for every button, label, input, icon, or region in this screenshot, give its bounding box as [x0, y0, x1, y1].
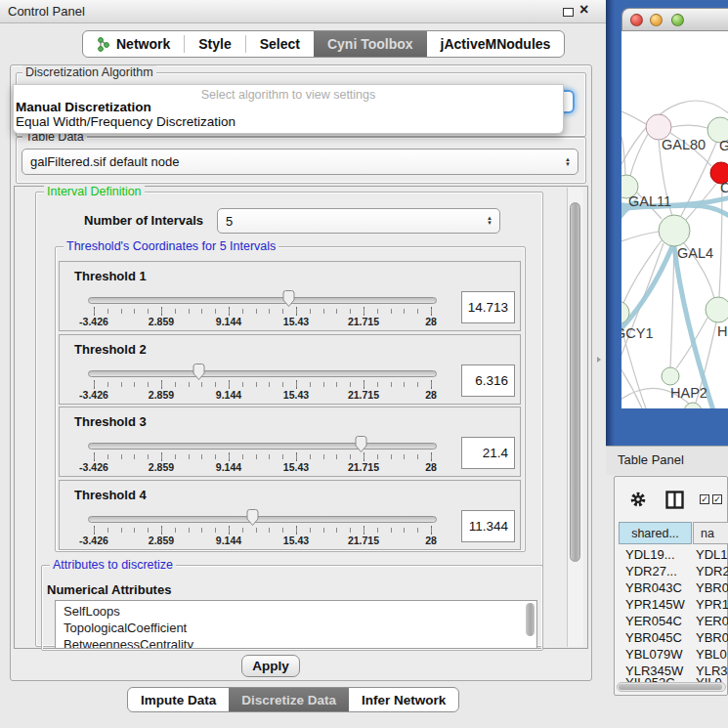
slider-tick-labels: -3.426 2.859 9.144 15.43 21.715 28: [60, 389, 520, 401]
node-hap2[interactable]: [662, 367, 679, 385]
tab-discretize-data-label: Discretize Data: [241, 693, 336, 707]
table-cell[interactable]: YBR0: [696, 630, 728, 647]
algorithm-section-title: Discretization Algorithm: [22, 65, 156, 79]
splitpane-divider-handle[interactable]: [597, 357, 603, 363]
apply-button[interactable]: Apply: [241, 655, 300, 677]
node-label-gcy1: GCY1: [621, 325, 654, 341]
slider-minor-ticks: [94, 382, 432, 387]
control-panel-titlebar: [0, 0, 606, 23]
tab-infer-network[interactable]: Infer Network: [349, 688, 458, 711]
threshold-2-panel: Threshold 2 -3.426 2.859 9.144 15.43 21.…: [59, 334, 521, 405]
table-cell[interactable]: YPR1: [696, 597, 728, 614]
tab-discretize-data[interactable]: Discretize Data: [229, 688, 349, 711]
float-window-icon[interactable]: [563, 8, 574, 17]
threshold-1-label: Threshold 1: [74, 269, 147, 283]
node-label-h: H: [717, 323, 727, 339]
table-row[interactable]: YPR145W: [625, 597, 685, 614]
tab-impute-data[interactable]: Impute Data: [128, 688, 229, 711]
table-cell[interactable]: YBL0: [696, 647, 727, 664]
table-row[interactable]: YER054C: [625, 614, 682, 630]
node-label-gal11: GAL11: [628, 193, 671, 209]
threshold-2-slider-track[interactable]: [88, 370, 437, 377]
control-panel-title: Control Panel: [8, 4, 85, 19]
node-h[interactable]: [706, 297, 728, 322]
combo-spinner-icon: ▲▼: [565, 157, 571, 167]
checkbox-icon[interactable]: ✓: [700, 494, 709, 504]
table-data-combobox[interactable]: galFiltered.sif default node ▲▼: [21, 149, 578, 175]
threshold-3-panel: Threshold 3 -3.426 2.859 9.144 15.43 21.…: [59, 407, 521, 477]
close-traffic-light-icon[interactable]: [630, 14, 643, 26]
table-cell[interactable]: YDL1: [696, 547, 728, 564]
attributes-scrollbar-thumb[interactable]: [526, 603, 535, 636]
tab-cyni-toolbox[interactable]: Cyni Toolbox: [314, 31, 427, 57]
threshold-2-value[interactable]: 6.316: [461, 364, 515, 397]
table-row[interactable]: YBR045C: [625, 630, 682, 647]
column-layout-icon[interactable]: [665, 491, 684, 509]
node-gal4[interactable]: [659, 215, 690, 246]
minimize-traffic-light-icon[interactable]: [650, 14, 663, 26]
screen: Control Panel × Network Style Select Cyn…: [0, 0, 728, 728]
popup-item-manual-discretization[interactable]: Manual Discretization: [16, 100, 151, 114]
tab-style[interactable]: Style: [185, 31, 244, 57]
column-header-shared-name[interactable]: shared...: [619, 522, 692, 544]
table-settings-gear-icon[interactable]: [629, 491, 647, 508]
slider-tick-labels: -3.426 2.859 9.144 15.43 21.715 28: [60, 461, 520, 473]
numerical-attributes-label: Numerical Attributes: [47, 582, 171, 597]
table-hscrollbar-thumb[interactable]: [619, 684, 722, 690]
number-of-intervals-value: 5: [226, 214, 233, 229]
numerical-attributes-list: SelfLoops TopologicalCoefficient Between…: [55, 600, 537, 649]
node-partial-bottom[interactable]: [684, 403, 702, 408]
tab-network[interactable]: Network: [83, 31, 184, 57]
table-cell[interactable]: YIL0: [696, 675, 722, 682]
threshold-3-value[interactable]: 21.4: [461, 437, 515, 469]
table-cell[interactable]: YER0: [696, 614, 728, 630]
network-graph: GAL80 GA C GAL11 GAL4 H GCY1 HAP2: [621, 31, 728, 408]
number-of-intervals-label: Number of Intervals: [84, 213, 203, 228]
table-cell[interactable]: YBR0: [696, 580, 728, 597]
threshold-1-slider-track[interactable]: [88, 297, 437, 304]
tab-jactivemnodules[interactable]: jActiveMNodules: [427, 31, 565, 57]
table-row[interactable]: YDL19...: [625, 547, 675, 564]
slider-tick-labels: -3.426 2.859 9.144 15.43 21.715 28: [60, 535, 520, 546]
tab-jactivemnodules-label: jActiveMNodules: [441, 36, 551, 52]
threshold-2-label: Threshold 2: [74, 342, 147, 357]
threshold-1-value[interactable]: 14.713: [461, 291, 515, 323]
column-header-name[interactable]: na: [693, 522, 728, 544]
threshold-1-slider-thumb[interactable]: [281, 289, 296, 308]
tab-select-label: Select: [260, 36, 300, 52]
checkbox-icon[interactable]: ✓: [712, 494, 722, 504]
table-cell[interactable]: YDR2: [696, 564, 728, 580]
list-item-topologicalcoefficient[interactable]: TopologicalCoefficient: [64, 621, 187, 635]
popup-item-equal-width-frequency[interactable]: Equal Width/Frequency Discretization: [16, 114, 236, 129]
threshold-3-slider-thumb[interactable]: [354, 435, 368, 453]
table-row[interactable]: YDR27...: [625, 564, 677, 580]
tab-select[interactable]: Select: [246, 31, 314, 57]
list-item-betweennesscentrality[interactable]: BetweennessCentrality: [64, 637, 193, 649]
table-row[interactable]: YBL079W: [625, 647, 683, 664]
table-panel-title: Table Panel: [618, 452, 684, 467]
tab-network-label: Network: [116, 36, 170, 52]
number-of-intervals-combobox[interactable]: 5 ▲▼: [217, 208, 500, 234]
cyni-bottom-tabbar: Impute Data Discretize Data Infer Networ…: [127, 687, 459, 712]
control-panel-tabbar: Network Style Select Cyni Toolbox jActiv…: [82, 30, 565, 58]
attributes-section-title: Attributes to discretize: [50, 558, 176, 572]
table-row[interactable]: YBR043C: [625, 580, 682, 597]
slider-minor-ticks: [94, 454, 432, 459]
node-label-gal4: GAL4: [677, 245, 713, 261]
close-icon[interactable]: ×: [579, 1, 588, 19]
threshold-4-slider-thumb[interactable]: [245, 508, 260, 527]
network-canvas[interactable]: GAL80 GA C GAL11 GAL4 H GCY1 HAP2: [621, 31, 728, 408]
threshold-3-slider-track[interactable]: [88, 443, 437, 450]
settings-scrollbar-thumb[interactable]: [570, 202, 580, 562]
zoom-traffic-light-icon[interactable]: [671, 14, 684, 26]
threshold-4-slider-track[interactable]: [88, 516, 437, 523]
list-item-selfloops[interactable]: SelfLoops: [64, 604, 120, 619]
threshold-2-slider-thumb[interactable]: [192, 363, 206, 381]
threshold-4-value[interactable]: 11.344: [461, 510, 515, 542]
node-label-c: C: [720, 180, 728, 195]
table-row[interactable]: YIL052C: [625, 675, 675, 682]
network-window-titlebar[interactable]: [621, 8, 728, 31]
tab-style-label: Style: [198, 36, 231, 52]
node-label-gal80: GAL80: [662, 137, 706, 152]
network-icon: [97, 37, 110, 52]
